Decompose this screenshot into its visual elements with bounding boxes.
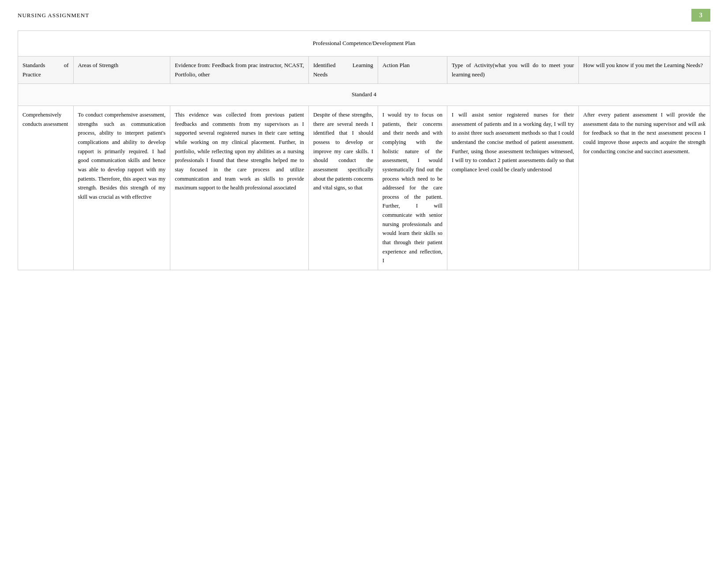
header-know: How will you know if you met the Learnin… [578, 56, 710, 84]
standard-label-row: Standard 4 [18, 84, 710, 106]
plan-title-cell: Professional Competence/Development Plan [18, 31, 710, 57]
main-table: Professional Competence/Development Plan… [18, 30, 710, 270]
cell-standards: Comprehensively conducts assessment [18, 106, 74, 270]
header-activity: Type of Activity(what you will do to mee… [447, 56, 578, 84]
cell-action: I would try to focus on patients, their … [378, 106, 447, 270]
header-action: Action Plan [378, 56, 447, 84]
cell-strength: To conduct comprehensive assessment, str… [73, 106, 170, 270]
cell-know: After every patient assessment I will pr… [578, 106, 710, 270]
page-header: NURSING ASSIGNMENT 3 [18, 9, 710, 22]
content-row: Comprehensively conducts assessment To c… [18, 106, 710, 270]
cell-evidence: This evidence was collected from previou… [170, 106, 309, 270]
standard-label-cell: Standard 4 [18, 84, 710, 106]
document-title: NURSING ASSIGNMENT [18, 12, 89, 19]
table-header-row: Standards of Practice Areas of Strength … [18, 56, 710, 84]
header-strength: Areas of Strength [73, 56, 170, 84]
cell-learning: Despite of these strengths, there are se… [308, 106, 378, 270]
table-title-row: Professional Competence/Development Plan [18, 31, 710, 57]
header-learning: Identified Learning Needs [308, 56, 378, 84]
header-evidence: Evidence from: Feedback from prac instru… [170, 56, 309, 84]
cell-activity: I will assist senior registered nurses f… [447, 106, 578, 270]
page-number-badge: 3 [691, 9, 711, 22]
header-standards: Standards of Practice [18, 56, 74, 84]
